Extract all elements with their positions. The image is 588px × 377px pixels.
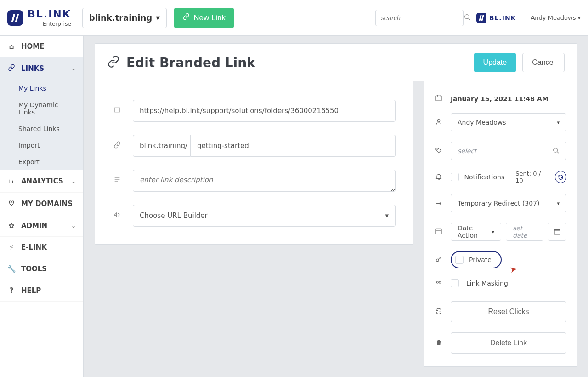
link-masking-checkbox[interactable] <box>451 279 459 287</box>
url-builder-select[interactable]: Choose URL Builder ▾ <box>133 205 396 227</box>
nav-help-label: HELP <box>21 286 41 295</box>
delete-link-button[interactable]: Delete Link <box>451 332 566 354</box>
brand-suffix: Enterprise <box>43 21 71 27</box>
tag-icon <box>434 147 443 155</box>
caret-down-icon: ▾ <box>557 120 560 126</box>
owner-select-value: Andy Meadows <box>458 119 506 126</box>
chevron-down-icon: ⌄ <box>71 223 76 229</box>
new-link-label: New Link <box>193 13 226 23</box>
pin-icon <box>7 199 16 208</box>
redirect-type-select[interactable]: Temporary Redirect (307) ▾ <box>451 194 566 212</box>
link-masking-label: Link Masking <box>466 280 508 287</box>
refresh-icon <box>434 308 443 316</box>
mini-logo-mark-icon <box>476 13 486 23</box>
caret-down-icon: ▾ <box>156 13 160 23</box>
nav-my-links[interactable]: My Links <box>0 80 83 97</box>
svg-point-23 <box>436 259 439 261</box>
global-search-input[interactable] <box>380 14 464 22</box>
notifications-sent-count: Sent: 0 / 10 <box>515 170 549 184</box>
nav-shared-links[interactable]: Shared Links <box>0 120 83 137</box>
date-action-select[interactable]: Date Action ▾ <box>451 223 501 241</box>
nav-links-submenu: My Links My Dynamic Links Shared Links I… <box>0 80 83 170</box>
tags-input[interactable]: select <box>451 142 566 160</box>
reset-clicks-button[interactable]: Reset Clicks <box>451 301 566 322</box>
gear-icon: ✿ <box>7 222 16 230</box>
update-button[interactable]: Update <box>474 53 516 72</box>
link-icon <box>113 141 122 150</box>
nav-domains[interactable]: MY DOMAINS <box>0 193 83 215</box>
search-icon <box>552 147 560 155</box>
window-icon <box>113 106 122 115</box>
chevron-down-icon: ⌄ <box>71 178 76 184</box>
new-link-button[interactable]: New Link <box>174 8 234 28</box>
notifications-refresh-button[interactable] <box>555 171 566 183</box>
mask-icon <box>434 279 443 287</box>
owner-select[interactable]: Andy Meadows ▾ <box>451 113 566 131</box>
nav-links-label: LINKS <box>21 64 44 73</box>
nav-admin[interactable]: ✿ ADMIN ⌄ <box>0 215 83 237</box>
nav-home[interactable]: ⌂ HOME <box>0 36 83 57</box>
nav-help[interactable]: ? HELP <box>0 280 83 302</box>
created-date: January 15, 2021 11:48 AM <box>451 95 548 103</box>
caret-down-icon: ▾ <box>577 14 581 21</box>
redirect-type-value: Temporary Redirect (307) <box>458 200 540 207</box>
chart-icon <box>7 177 16 186</box>
logo: BL.INK Enterprise <box>7 9 71 27</box>
open-calendar-button[interactable] <box>548 223 566 241</box>
svg-point-0 <box>464 14 469 18</box>
caret-down-icon: ▾ <box>557 200 560 206</box>
svg-rect-19 <box>436 229 441 234</box>
user-menu-name: Andy Meadows <box>531 14 576 21</box>
private-checkbox[interactable] <box>455 256 464 264</box>
tags-placeholder: select <box>458 147 552 154</box>
nav-elink[interactable]: ⚡ E-LINK <box>0 237 83 258</box>
destination-url-value: https://help.bl.ink/support/solutions/fo… <box>140 107 339 115</box>
svg-rect-21 <box>554 229 560 234</box>
nav-links[interactable]: LINKS ⌄ <box>0 57 83 80</box>
nav-dynamic-links[interactable]: My Dynamic Links <box>0 97 83 120</box>
user-menu[interactable]: Andy Meadows ▾ <box>531 14 581 21</box>
notifications-checkbox[interactable] <box>451 173 459 181</box>
short-slug-field[interactable]: getting-started <box>191 135 396 157</box>
svg-point-25 <box>439 281 441 283</box>
caret-down-icon: ▾ <box>385 211 389 220</box>
search-icon <box>464 13 471 23</box>
calendar-icon <box>434 94 443 103</box>
arrow-right-icon: → <box>434 200 443 207</box>
description-textarea[interactable] <box>133 170 396 192</box>
home-icon: ⌂ <box>7 42 16 51</box>
svg-point-17 <box>554 148 558 152</box>
mini-logo: BL.INK <box>476 13 516 23</box>
bolt-icon: ⚡ <box>7 243 16 251</box>
paragraph-icon <box>113 176 122 185</box>
cancel-button[interactable]: Cancel <box>522 53 565 72</box>
calendar-action-icon <box>434 228 443 236</box>
private-highlight: Private <box>451 251 502 268</box>
svg-point-15 <box>437 119 440 121</box>
nav-export[interactable]: Export <box>0 154 83 170</box>
notifications-label: Notifications <box>464 173 505 181</box>
mini-logo-text: BL.INK <box>489 14 516 22</box>
set-date-input[interactable]: set date <box>506 223 543 241</box>
url-builder-value: Choose URL Builder <box>140 211 208 220</box>
chevron-down-icon: ⌄ <box>71 65 76 72</box>
user-icon <box>434 118 443 127</box>
nav-analytics[interactable]: ANALYTICS ⌄ <box>0 170 83 193</box>
bell-icon <box>434 173 443 182</box>
key-icon <box>434 256 443 264</box>
content-area: Edit Branded Link Update Cancel https://… <box>84 36 588 377</box>
nav-elink-label: E-LINK <box>21 243 47 251</box>
short-slug-value: getting-started <box>197 142 249 150</box>
nav-import[interactable]: Import <box>0 137 83 154</box>
domain-selector-value: blink.training <box>89 13 152 23</box>
destination-url-field[interactable]: https://help.bl.ink/support/solutions/fo… <box>133 100 396 122</box>
domain-selector[interactable]: blink.training ▾ <box>82 8 167 28</box>
nav-tools[interactable]: 🔧 TOOLS <box>0 258 83 280</box>
private-label: Private <box>469 256 492 263</box>
nav-tools-label: TOOLS <box>21 265 47 273</box>
help-icon: ? <box>7 286 16 295</box>
svg-rect-6 <box>114 108 120 112</box>
nav-admin-label: ADMIN <box>21 222 47 230</box>
global-search[interactable] <box>375 10 464 26</box>
nav-domains-label: MY DOMAINS <box>21 200 73 208</box>
